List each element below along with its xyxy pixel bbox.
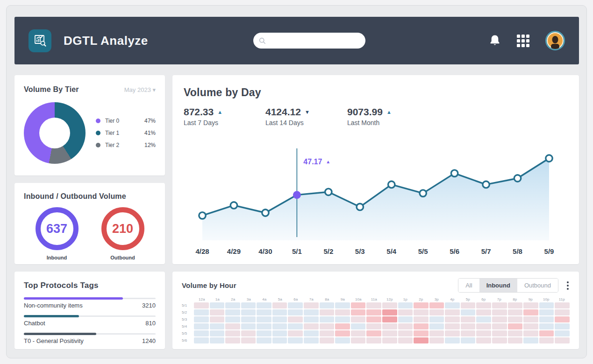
heatmap-cell[interactable] — [539, 323, 554, 329]
heatmap-cell[interactable] — [523, 323, 538, 329]
heatmap-cell[interactable] — [429, 337, 444, 343]
heatmap-cell[interactable] — [555, 323, 570, 329]
heatmap-cell[interactable] — [194, 337, 209, 343]
heatmap-cell[interactable] — [225, 330, 240, 336]
heatmap-cell[interactable] — [492, 302, 507, 308]
heatmap-cell[interactable] — [445, 309, 460, 315]
heatmap-cell[interactable] — [288, 316, 303, 322]
heatmap-cell[interactable] — [445, 302, 460, 308]
heatmap-cell[interactable] — [508, 309, 523, 315]
heatmap-cell[interactable] — [508, 316, 523, 322]
heatmap-cell[interactable] — [272, 309, 287, 315]
heatmap-cell[interactable] — [288, 302, 303, 308]
heatmap-cell[interactable] — [366, 302, 381, 308]
heatmap-cell[interactable] — [210, 302, 225, 308]
heatmap-cell[interactable] — [414, 337, 429, 343]
heatmap-cell[interactable] — [241, 337, 256, 343]
heatmap-cell[interactable] — [461, 302, 476, 308]
heatmap-cell[interactable] — [398, 309, 413, 315]
heatmap-cell[interactable] — [508, 330, 523, 336]
heatmap-cell[interactable] — [304, 309, 319, 315]
heatmap-cell[interactable] — [445, 337, 460, 343]
heatmap-cell[interactable] — [414, 302, 429, 308]
heatmap-cell[interactable] — [335, 323, 350, 329]
heatmap-cell[interactable] — [320, 337, 335, 343]
heatmap-cell[interactable] — [382, 309, 397, 315]
heatmap-cell[interactable] — [257, 323, 271, 329]
heatmap-cell[interactable] — [335, 337, 350, 343]
tab-inbound[interactable]: Inbound — [479, 279, 517, 292]
heatmap-cell[interactable] — [194, 330, 209, 336]
heatmap-cell[interactable] — [272, 302, 287, 308]
heatmap-cell[interactable] — [320, 309, 335, 315]
heatmap-cell[interactable] — [351, 337, 366, 343]
heatmap-cell[interactable] — [225, 337, 240, 343]
volume-by-day-line-chart[interactable]: 47.17▲4/284/294/305/15/25/35/45/55/65/75… — [184, 135, 568, 258]
heatmap-cell[interactable] — [304, 323, 319, 329]
heatmap-cell[interactable] — [555, 330, 570, 336]
heatmap-cell[interactable] — [445, 323, 460, 329]
heatmap-cell[interactable] — [476, 302, 491, 308]
tab-all[interactable]: All — [458, 279, 479, 292]
heatmap-cell[interactable] — [492, 337, 507, 343]
heatmap-cell[interactable] — [382, 337, 397, 343]
heatmap-cell[interactable] — [335, 309, 350, 315]
heatmap-cell[interactable] — [257, 337, 271, 343]
heatmap-cell[interactable] — [194, 309, 209, 315]
heatmap-cell[interactable] — [304, 330, 319, 336]
heatmap-cell[interactable] — [320, 302, 335, 308]
heatmap-cell[interactable] — [351, 323, 366, 329]
heatmap-cell[interactable] — [272, 316, 287, 322]
heatmap-cell[interactable] — [257, 330, 271, 336]
heatmap-cell[interactable] — [210, 323, 225, 329]
heatmap-cell[interactable] — [523, 309, 538, 315]
heatmap-cell[interactable] — [492, 309, 507, 315]
apps-grid-icon[interactable] — [517, 35, 529, 47]
heatmap-cell[interactable] — [445, 330, 460, 336]
heatmap-cell[interactable] — [366, 323, 381, 329]
heatmap-cell[interactable] — [476, 337, 491, 343]
heatmap-cell[interactable] — [461, 330, 476, 336]
heatmap-cell[interactable] — [194, 302, 209, 308]
heatmap-cell[interactable] — [241, 302, 256, 308]
heatmap-cell[interactable] — [335, 302, 350, 308]
user-avatar[interactable] — [545, 31, 565, 50]
heatmap-cell[interactable] — [492, 330, 507, 336]
heatmap-cell[interactable] — [523, 337, 538, 343]
app-logo[interactable] — [29, 29, 51, 52]
heatmap-cell[interactable] — [210, 337, 225, 343]
heatmap-cell[interactable] — [351, 309, 366, 315]
heatmap-cell[interactable] — [539, 309, 554, 315]
heatmap-cell[interactable] — [508, 337, 523, 343]
heatmap-cell[interactable] — [304, 316, 319, 322]
heatmap-cell[interactable] — [429, 323, 444, 329]
heatmap-cell[interactable] — [429, 330, 444, 336]
heatmap-cell[interactable] — [414, 330, 429, 336]
heatmap-cell[interactable] — [210, 330, 225, 336]
heatmap-cell[interactable] — [461, 323, 476, 329]
heatmap-cell[interactable] — [257, 316, 271, 322]
heatmap-cell[interactable] — [366, 309, 381, 315]
heatmap-cell[interactable] — [523, 302, 538, 308]
heatmap-cell[interactable] — [288, 309, 303, 315]
heatmap-cell[interactable] — [508, 323, 523, 329]
heatmap-cell[interactable] — [194, 316, 209, 322]
heatmap-cell[interactable] — [492, 316, 507, 322]
heatmap-cell[interactable] — [398, 316, 413, 322]
heatmap-cell[interactable] — [414, 316, 429, 322]
search-bar[interactable] — [253, 33, 365, 49]
search-input[interactable] — [270, 37, 360, 44]
heatmap-cell[interactable] — [523, 316, 538, 322]
heatmap-cell[interactable] — [351, 316, 366, 322]
heatmap-cell[interactable] — [382, 323, 397, 329]
heatmap-cell[interactable] — [461, 309, 476, 315]
heatmap-cell[interactable] — [304, 337, 319, 343]
heatmap-cell[interactable] — [272, 337, 287, 343]
heatmap-cell[interactable] — [351, 302, 366, 308]
heatmap-cell[interactable] — [210, 316, 225, 322]
heatmap-cell[interactable] — [382, 330, 397, 336]
heatmap-cell[interactable] — [335, 330, 350, 336]
heatmap-cell[interactable] — [335, 316, 350, 322]
heatmap-cell[interactable] — [429, 316, 444, 322]
heatmap-cell[interactable] — [366, 316, 381, 322]
